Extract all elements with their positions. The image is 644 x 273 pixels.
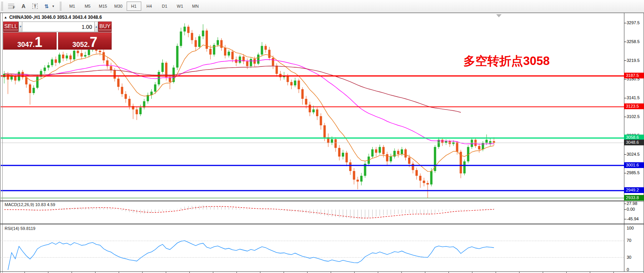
volume-decrease-button[interactable]: ▼ bbox=[18, 22, 22, 32]
chart-info-line[interactable]: ▲CHINA300-,H1 3046.0 3053.4 3043.4 3048.… bbox=[4, 15, 102, 20]
y-axis-tick: 3297.5 bbox=[627, 20, 644, 25]
sell-price-display[interactable]: 3047. 1 bbox=[3, 32, 57, 50]
price-badge: 2933.8 bbox=[624, 195, 644, 201]
toolbar: F A T ⇅ ▾ M1M5M15M30H1H4D1W1MN bbox=[0, 0, 644, 13]
arrows-tool-icon[interactable]: ⇅ bbox=[41, 2, 52, 11]
chart-window: ▲CHINA300-,H1 3046.0 3053.4 3043.4 3048.… bbox=[0, 13, 644, 273]
price-badge: 3187.5 bbox=[624, 73, 644, 78]
tab-H4[interactable]: H4 bbox=[142, 2, 157, 11]
tab-M5[interactable]: M5 bbox=[80, 2, 95, 11]
rsi-axis-tick: 100 bbox=[627, 226, 644, 231]
buy-button[interactable]: BUY bbox=[98, 22, 112, 32]
toolbar-grip[interactable] bbox=[1, 2, 4, 10]
price-badge: 3048.6 bbox=[624, 140, 644, 145]
y-axis-tick: 3141.5 bbox=[627, 95, 644, 100]
price-badge: 3001.6 bbox=[624, 162, 644, 168]
price-badge: 3123.5 bbox=[624, 103, 644, 109]
chart-annotation-text: 多空转折点3058 bbox=[463, 53, 550, 69]
one-click-trading-panel: SELL ▼ ▲ BUY 3047. 1 3052. 7 bbox=[3, 22, 112, 50]
tab-W1[interactable]: W1 bbox=[173, 2, 187, 11]
macd-axis-tick: 0.00 bbox=[627, 207, 644, 212]
collapse-panel-icon[interactable]: ▲ bbox=[4, 15, 7, 19]
y-axis-tick: 3024.5 bbox=[627, 151, 644, 157]
y-axis-tick: 2985.5 bbox=[627, 170, 644, 175]
sell-button[interactable]: SELL bbox=[3, 22, 18, 32]
symbol-ohlc-text: CHINA300-,H1 3046.0 3053.4 3043.4 3048.6 bbox=[9, 15, 102, 20]
volume-increase-button[interactable]: ▲ bbox=[94, 22, 98, 32]
macd-axis-tick: -45.94 bbox=[627, 216, 644, 221]
rsi-axis-tick: 30 bbox=[627, 255, 644, 260]
chart-canvas[interactable] bbox=[0, 13, 644, 273]
fibonacci-tool-icon[interactable]: F bbox=[6, 2, 18, 11]
chevron-down-icon[interactable]: ▾ bbox=[52, 4, 54, 8]
volume-input[interactable] bbox=[22, 22, 94, 32]
text-label-tool-icon[interactable]: T bbox=[29, 2, 41, 11]
y-axis-tick: 3102.5 bbox=[627, 114, 644, 119]
macd-axis-tick: 27.98 bbox=[627, 201, 644, 206]
tab-MN[interactable]: MN bbox=[188, 2, 203, 11]
mt4-terminal: { "toolbar": { "tools": [ {"id": "fibona… bbox=[0, 0, 644, 273]
text-tool-icon[interactable]: A bbox=[18, 2, 29, 11]
tab-H1[interactable]: H1 bbox=[127, 2, 141, 11]
tab-D1[interactable]: D1 bbox=[157, 2, 172, 11]
rsi-indicator-label: RSI(14) 59.8119 bbox=[5, 226, 35, 231]
timeframe-buttons: M1M5M15M30H1H4D1W1MN bbox=[65, 2, 203, 11]
tab-M15[interactable]: M15 bbox=[96, 2, 110, 11]
tab-M30[interactable]: M30 bbox=[111, 2, 126, 11]
rsi-axis-tick: 0 bbox=[627, 267, 644, 272]
tab-M1[interactable]: M1 bbox=[65, 2, 80, 11]
buy-price-display[interactable]: 3052. 7 bbox=[58, 32, 112, 50]
y-axis-tick: 3219.5 bbox=[627, 58, 644, 63]
y-axis-tick: 3258.5 bbox=[627, 39, 644, 44]
price-badge: 2949.2 bbox=[624, 187, 644, 193]
rsi-axis-tick: 70 bbox=[627, 238, 644, 243]
macd-indicator-label: MACD(12,26,9) 10.83 4.59 bbox=[5, 202, 55, 207]
toolbar-grip[interactable] bbox=[60, 2, 62, 10]
